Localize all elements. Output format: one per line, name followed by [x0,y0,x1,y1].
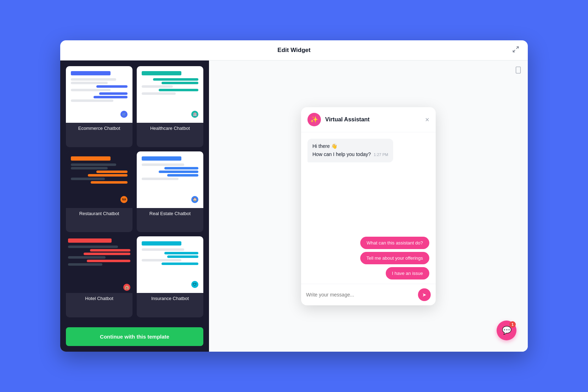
templates-grid: 🛒 Ecommerce Chatbot [60,60,209,323]
continue-button[interactable]: Continue with this template [66,327,203,346]
ecommerce-icon-dot: 🛒 [120,111,128,118]
content-area: 🛒 Ecommerce Chatbot [60,60,528,352]
template-preview-restaurant: 🍽 [66,151,132,208]
mobile-preview-button[interactable] [514,66,522,76]
right-panel: ✨ Virtual Assistant × Hi there 👋 How c [209,60,528,352]
quick-replies: What can this assistant do? Tell me abou… [301,237,436,284]
left-panel: 🛒 Ecommerce Chatbot [60,60,209,352]
message-time: 1:27 PM [374,152,388,157]
template-card-healthcare[interactable]: 🏥 Healthcare Chatbot [137,66,203,147]
hotel-label: Hotel Chatbot [66,293,132,304]
floating-chat-button[interactable]: 💬 1 [497,321,516,340]
chat-input[interactable] [306,292,414,298]
header: Edit Widget [60,40,528,60]
quick-reply-1[interactable]: What can this assistant do? [360,237,429,249]
quick-reply-2[interactable]: Tell me about your offerings [360,252,429,264]
expand-button[interactable] [512,46,519,55]
close-icon: × [425,116,429,123]
svg-rect-2 [516,67,521,73]
chat-avatar: ✨ [307,113,321,126]
chat-bubble-icon: 💬 [502,326,511,335]
restaurant-label: Restaurant Chatbot [66,208,132,219]
healthcare-icon-dot: 🏥 [191,111,198,118]
greeting-line2-row: How can I help you today? 1:27 PM [312,151,388,158]
notification-badge: 1 [509,321,516,328]
svg-line-0 [516,47,519,49]
greeting-line1: Hi there 👋 [312,143,388,150]
send-icon: ➤ [422,292,426,298]
template-card-insurance[interactable]: 🛡 Insurance Chatbot [137,236,203,317]
template-preview-hotel: 🏨 [66,236,132,293]
template-card-hotel[interactable]: 🏨 Hotel Chatbot [66,236,132,317]
insurance-icon-dot: 🛡 [191,281,198,288]
main-container: Edit Widget [60,40,528,352]
template-preview-insurance: 🛡 [137,236,203,293]
template-card-restaurant[interactable]: 🍽 Restaurant Chatbot [66,151,132,232]
greeting-message: Hi there 👋 How can I help you today? 1:2… [307,139,393,162]
greeting-line2: How can I help you today? [312,151,371,158]
chat-messages: Hi there 👋 How can I help you today? 1:2… [301,132,436,237]
hotel-icon-dot: 🏨 [123,284,130,291]
chat-widget-title: Virtual Assistant [325,116,425,123]
chat-input-area: ➤ [301,284,436,305]
ecommerce-label: Ecommerce Chatbot [66,123,132,134]
template-card-realestate[interactable]: 🏠 Real Estate Chatbot [137,151,203,232]
realestate-label: Real Estate Chatbot [137,208,203,219]
avatar-emoji: ✨ [310,116,318,123]
restaurant-icon-dot: 🍽 [120,196,128,203]
send-button[interactable]: ➤ [418,288,431,301]
template-preview-realestate: 🏠 [137,151,203,208]
template-preview-ecommerce: 🛒 [66,66,132,123]
chat-close-button[interactable]: × [425,116,429,123]
insurance-label: Insurance Chatbot [137,293,203,304]
healthcare-label: Healthcare Chatbot [137,123,203,134]
chat-widget: ✨ Virtual Assistant × Hi there 👋 How c [301,107,436,305]
template-preview-healthcare: 🏥 [137,66,203,123]
page-title: Edit Widget [277,47,310,54]
svg-line-1 [513,50,515,52]
realestate-icon-dot: 🏠 [191,196,198,203]
chat-widget-header: ✨ Virtual Assistant × [301,107,436,132]
quick-reply-3[interactable]: I have an issue [386,267,429,279]
template-card-ecommerce[interactable]: 🛒 Ecommerce Chatbot [66,66,132,147]
